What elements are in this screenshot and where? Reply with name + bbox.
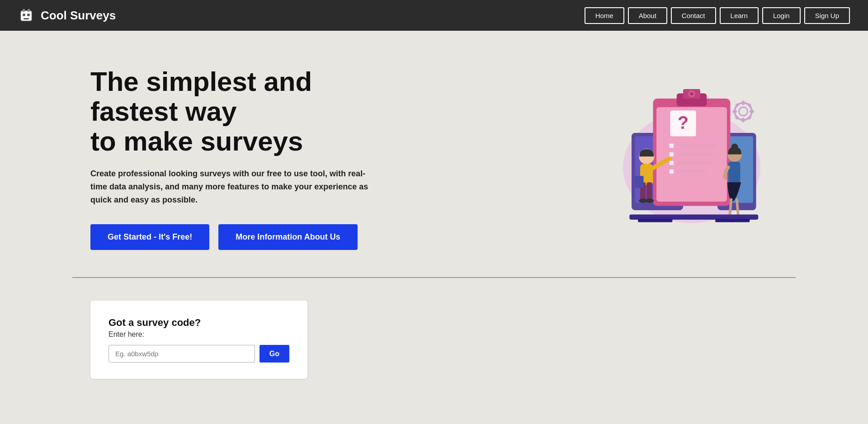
svg-point-8 (739, 107, 748, 116)
svg-rect-45 (635, 176, 644, 188)
hero-content: The simplest and fastest way to make sur… (90, 67, 407, 250)
svg-rect-37 (677, 170, 707, 173)
svg-rect-48 (728, 161, 741, 183)
navbar-navigation: Home About Contact Learn Login Sign Up (585, 7, 850, 24)
svg-rect-1 (23, 9, 25, 12)
survey-code-section: Got a survey code? Enter here: Go (0, 278, 868, 401)
survey-code-label: Enter here: (108, 330, 289, 339)
svg-rect-12 (750, 110, 754, 113)
svg-rect-35 (677, 161, 713, 164)
survey-illustration-svg: ? (606, 73, 778, 245)
survey-code-input-row: Go (108, 345, 289, 363)
hero-section: The simplest and fastest way to make sur… (0, 31, 868, 277)
svg-point-27 (690, 92, 693, 95)
survey-code-card: Got a survey code? Enter here: Go (90, 301, 307, 379)
survey-code-title: Got a survey code? (108, 317, 289, 329)
more-info-button[interactable]: More Information About Us (218, 224, 357, 250)
navbar: Cool Surveys Home About Contact Learn Lo… (0, 0, 868, 31)
hero-title: The simplest and fastest way to make sur… (90, 67, 407, 156)
get-started-button[interactable]: Get Started - It's Free! (90, 224, 209, 250)
svg-rect-52 (638, 219, 672, 222)
nav-signup-button[interactable]: Sign Up (804, 7, 850, 24)
svg-rect-30 (670, 143, 674, 148)
svg-rect-10 (742, 118, 745, 122)
nav-contact-button[interactable]: Contact (671, 7, 716, 24)
svg-rect-11 (732, 110, 737, 113)
nav-home-button[interactable]: Home (585, 7, 624, 24)
svg-rect-36 (670, 169, 674, 174)
navbar-logo-icon (18, 7, 34, 24)
hero-description: Create professional looking surveys with… (90, 167, 371, 206)
survey-code-input[interactable] (108, 345, 255, 363)
svg-point-44 (645, 198, 654, 203)
navbar-brand-text: Cool Surveys (41, 9, 116, 23)
svg-point-47 (731, 143, 738, 150)
nav-login-button[interactable]: Login (762, 7, 801, 24)
svg-rect-32 (670, 152, 674, 156)
svg-rect-31 (677, 144, 716, 147)
svg-point-3 (23, 14, 25, 16)
svg-rect-5 (24, 18, 29, 19)
nav-learn-button[interactable]: Learn (720, 7, 759, 24)
svg-text:?: ? (678, 112, 689, 132)
svg-rect-53 (715, 219, 750, 222)
navbar-brand[interactable]: Cool Surveys (18, 7, 116, 24)
hero-illustration: ? (606, 73, 778, 245)
svg-rect-9 (742, 100, 745, 105)
nav-about-button[interactable]: About (628, 7, 667, 24)
svg-point-4 (27, 14, 30, 16)
hero-buttons: Get Started - It's Free! More Informatio… (90, 224, 407, 250)
svg-rect-2 (28, 9, 30, 12)
survey-code-go-button[interactable]: Go (259, 345, 289, 363)
svg-rect-33 (677, 153, 711, 155)
svg-rect-34 (670, 160, 674, 165)
